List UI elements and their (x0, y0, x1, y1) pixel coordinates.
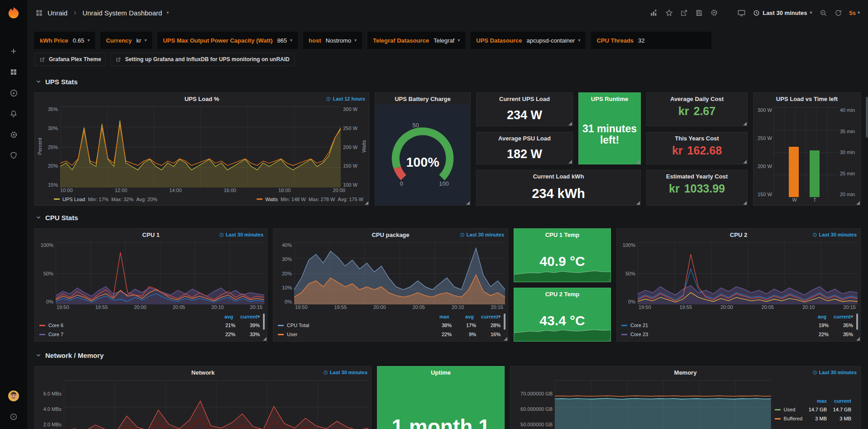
sidebar-item-configuration[interactable] (7, 128, 20, 141)
sidebar-item-dashboards[interactable] (7, 65, 20, 79)
panel-time-range[interactable]: Last 30 minutes (460, 229, 504, 241)
refresh-interval-picker[interactable]: 5s ▾ (849, 10, 860, 16)
variable-value-dropdown[interactable]: Nostromo▾ (326, 37, 357, 44)
legend-series-name[interactable]: Core 7 (48, 332, 63, 337)
section-header-cpu-stats[interactable]: CPU Stats (35, 213, 861, 222)
legend-column-header[interactable]: avg (209, 314, 233, 319)
bar-watts[interactable] (789, 147, 799, 197)
plot-area[interactable] (60, 106, 341, 188)
link-ups-monitoring-guide[interactable]: Setting up Grafana and InfluxDB for UPS … (110, 53, 294, 66)
panel-title[interactable]: Memory (674, 369, 697, 376)
legend-column-header[interactable]: current (233, 314, 258, 319)
legend-series-name[interactable]: User (287, 332, 297, 337)
section-header-ups-stats[interactable]: UPS Stats (35, 77, 861, 86)
plot-area[interactable] (56, 242, 264, 304)
panel-title[interactable]: UPS Battery Charge (395, 96, 451, 102)
legend-scrollbar[interactable] (856, 313, 858, 330)
legend-column-header[interactable]: avg (802, 314, 826, 319)
panel-title[interactable]: Estimated Yearly Cost (666, 173, 728, 180)
panel-title[interactable]: CPU 2 (730, 231, 747, 238)
caret-down-icon[interactable]: ▾ (167, 10, 169, 15)
legend-column-header[interactable]: current (474, 314, 498, 319)
panel-title[interactable]: UPS Load % (185, 96, 219, 102)
panel-resize-handle[interactable] (856, 337, 860, 341)
panel-resize-handle[interactable] (568, 121, 572, 125)
legend-series-name[interactable]: Watts (265, 197, 278, 202)
panel-title[interactable]: CPU 1 (142, 231, 159, 238)
legend-series-name[interactable]: Core 6 (48, 323, 63, 328)
legend-series-name[interactable]: Buffered (784, 416, 802, 421)
panel-title[interactable]: UPS Runtime (591, 96, 628, 102)
sidebar-item-alerting[interactable] (7, 107, 20, 121)
page-title[interactable]: Unraid System Dashboard (82, 9, 162, 17)
legend-series-name[interactable]: CPU Total (287, 323, 309, 328)
grafana-logo[interactable] (0, 0, 27, 25)
cycle-view-mode-button[interactable] (737, 9, 746, 17)
refresh-button[interactable] (835, 9, 842, 17)
plot-area[interactable] (294, 242, 505, 304)
variable-value-dropdown[interactable]: Telegraf▾ (434, 37, 460, 44)
panel-time-range[interactable]: Last 30 minutes (323, 366, 367, 378)
variable-value-dropdown[interactable]: 0.65▾ (73, 37, 90, 44)
panel-title[interactable]: CPU 1 Temp (545, 231, 580, 238)
sidebar-item-explore[interactable] (7, 86, 20, 100)
section-header-network-memory[interactable]: Network / Memory (35, 351, 861, 360)
sidebar-item-help[interactable]: ? (7, 410, 20, 424)
panel-title[interactable]: Network (191, 369, 215, 376)
panel-resize-handle[interactable] (503, 337, 507, 341)
legend-series-name[interactable]: Core 23 (630, 332, 648, 337)
plot-area[interactable] (638, 242, 858, 304)
variable-value-dropdown[interactable]: apcupsd-container▾ (526, 37, 580, 44)
sidebar-avatar[interactable] (7, 389, 20, 403)
panel-title[interactable]: Current Load kWh (533, 173, 584, 180)
save-dashboard-button[interactable] (695, 9, 703, 17)
breadcrumb-folder[interactable]: Unraid (48, 9, 67, 17)
variable-value-dropdown[interactable]: 865▾ (277, 37, 292, 44)
panel-title[interactable]: This Years Cost (675, 135, 719, 142)
panel-resize-handle[interactable] (568, 159, 572, 164)
variable-text-input[interactable]: 32 (638, 37, 706, 44)
sidebar-item-create[interactable] (7, 44, 20, 58)
panel-resize-handle[interactable] (364, 201, 368, 205)
page-scrollbar[interactable] (866, 97, 868, 138)
dashboard-settings-button[interactable] (710, 9, 718, 17)
panel-title[interactable]: Current UPS Load (499, 96, 550, 102)
share-dashboard-button[interactable] (680, 9, 688, 17)
legend-column-header[interactable]: current (826, 314, 851, 319)
panel-resize-handle[interactable] (856, 201, 860, 205)
legend-series-name[interactable]: Used (784, 407, 796, 412)
legend-scrollbar[interactable] (263, 313, 265, 330)
legend-column-header[interactable]: avg (449, 314, 474, 319)
plot-area[interactable] (555, 380, 771, 429)
legend-scrollbar[interactable] (504, 313, 506, 330)
link-grafana-plex-theme[interactable]: Grafana Plex Theme (34, 53, 106, 66)
legend-column-header[interactable]: max (425, 314, 449, 319)
variable-value-dropdown[interactable]: kr▾ (136, 37, 147, 44)
plot-area[interactable] (64, 380, 368, 429)
legend-series-name[interactable]: UPS Load (62, 197, 85, 202)
panel-resize-handle[interactable] (262, 337, 267, 341)
panel-title[interactable]: Uptime (431, 369, 451, 376)
panel-title[interactable]: CPU 2 Temp (545, 291, 580, 298)
panel-time-range[interactable]: Last 30 minutes (219, 229, 263, 241)
panel-resize-handle[interactable] (743, 121, 747, 125)
panel-time-range[interactable]: Last 30 minutes (812, 366, 857, 378)
bar-time-left[interactable] (810, 150, 820, 197)
panel-resize-handle[interactable] (466, 201, 470, 205)
panel-title[interactable]: Average PSU Load (498, 135, 551, 142)
panel-resize-handle[interactable] (636, 201, 640, 205)
panel-title[interactable]: Average Daily Cost (670, 96, 724, 102)
legend-column-header[interactable]: max (802, 398, 827, 404)
panel-time-range[interactable]: Last 12 hours (326, 93, 365, 105)
star-dashboard-button[interactable] (665, 9, 673, 17)
legend-column-header[interactable]: current (827, 398, 851, 404)
panel-resize-handle[interactable] (636, 159, 640, 164)
time-range-picker[interactable]: Last 30 minutes ▾ (753, 10, 812, 16)
add-panel-button[interactable] (650, 9, 658, 17)
panel-title[interactable]: CPU package (372, 231, 409, 238)
legend-series-name[interactable]: Core 21 (630, 323, 648, 328)
panel-resize-handle[interactable] (743, 159, 747, 164)
panel-title[interactable]: UPS Load vs Time left (776, 96, 838, 102)
panel-resize-handle[interactable] (743, 201, 747, 205)
zoom-out-time-button[interactable] (820, 9, 827, 17)
